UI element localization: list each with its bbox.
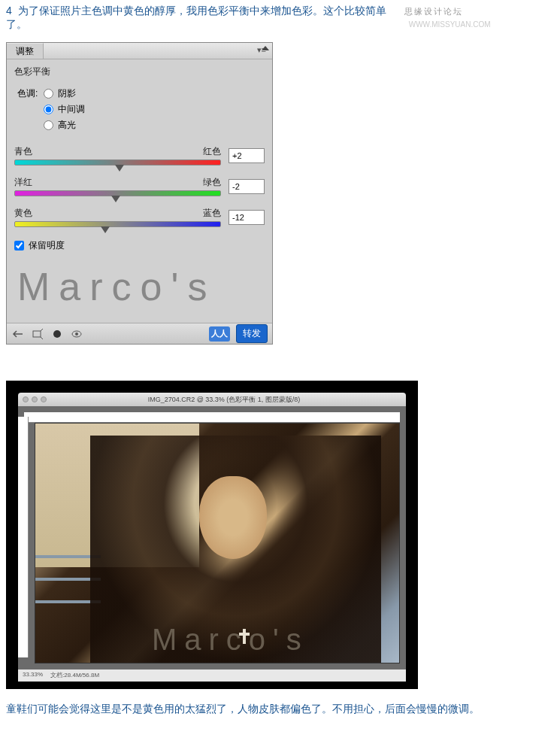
label-red: 红色 bbox=[203, 145, 221, 158]
slider-track-cyan-red[interactable] bbox=[14, 159, 221, 165]
label-yellow: 黄色 bbox=[14, 207, 32, 220]
panel-body: 色彩平衡 色调: 阴影 中间调 高光 bbox=[7, 59, 272, 323]
radio-highlights[interactable] bbox=[44, 120, 53, 130]
ruler-vertical[interactable] bbox=[18, 417, 29, 657]
label-green: 绿色 bbox=[203, 176, 221, 189]
renren-button[interactable]: 人人 bbox=[209, 326, 230, 342]
adjustments-panel: 调整 ▾≡ 色彩平衡 色调: 阴影 中间调 高光 bbox=[6, 42, 273, 345]
slider-thumb-magenta-green[interactable] bbox=[111, 196, 120, 202]
zoom-level[interactable]: 33.33% bbox=[23, 671, 43, 680]
svg-rect-0 bbox=[33, 331, 41, 337]
value-magenta-green[interactable] bbox=[229, 179, 265, 194]
preserve-luminosity-row: 保留明度 bbox=[14, 239, 265, 252]
slider-cyan-red: 青色 红色 bbox=[14, 145, 265, 165]
clip-icon[interactable] bbox=[50, 328, 64, 340]
radio-shadows[interactable] bbox=[44, 89, 53, 99]
step-number: 4 bbox=[6, 5, 12, 17]
tone-options: 阴影 中间调 高光 bbox=[44, 87, 85, 135]
photo-image[interactable]: Marco's bbox=[35, 423, 400, 663]
panel-menu-icon[interactable]: ▾≡ bbox=[251, 43, 272, 59]
document-title: IMG_2704.CR2 @ 33.3% (色彩平衡 1, 图层蒙版/8) bbox=[47, 395, 401, 405]
label-blue: 蓝色 bbox=[203, 207, 221, 220]
value-cyan-red[interactable] bbox=[229, 148, 265, 163]
expand-icon[interactable] bbox=[31, 328, 44, 340]
forward-button[interactable]: 转发 bbox=[236, 324, 268, 343]
back-icon[interactable] bbox=[11, 328, 25, 340]
svg-point-1 bbox=[53, 330, 61, 338]
value-yellow-blue[interactable] bbox=[229, 210, 265, 225]
slider-thumb-cyan-red[interactable] bbox=[115, 165, 124, 172]
radio-midtones[interactable] bbox=[44, 105, 53, 114]
mac-window-controls[interactable] bbox=[23, 396, 47, 402]
slider-track-yellow-blue[interactable] bbox=[14, 221, 221, 227]
ruler-horizontal[interactable] bbox=[24, 412, 400, 423]
adjustment-title: 色彩平衡 bbox=[14, 65, 265, 78]
mac-titlebar: IMG_2704.CR2 @ 33.3% (色彩平衡 1, 图层蒙版/8) bbox=[18, 393, 406, 406]
panel-footer: 人人 转发 bbox=[7, 323, 272, 344]
mac-minimize-icon[interactable] bbox=[32, 396, 38, 402]
instruction-text: 为了保证照片主色调中黄色的醇厚，我用色彩平衡中来增加色彩。这个比较简单了。 bbox=[6, 5, 386, 30]
slider-thumb-yellow-blue[interactable] bbox=[101, 226, 110, 233]
photo-marcos-watermark: Marco's bbox=[152, 623, 309, 657]
photo-canvas: Marco's bbox=[18, 406, 406, 669]
panel-tab-adjustments[interactable]: 调整 bbox=[7, 43, 44, 59]
radio-highlights-label: 高光 bbox=[58, 119, 76, 132]
preserve-luminosity-label: 保留明度 bbox=[29, 239, 65, 252]
slider-track-magenta-green[interactable] bbox=[14, 190, 221, 196]
svg-point-3 bbox=[75, 332, 78, 335]
doc-info: 文档:28.4M/56.8M bbox=[50, 671, 99, 680]
tone-label: 色调: bbox=[17, 87, 38, 100]
photo-statusbar: 33.33% 文档:28.4M/56.8M bbox=[18, 669, 406, 682]
header-text: 4 为了保证照片主色调中黄色的醇厚，我用色彩平衡中来增加色彩。这个比较简单了。 … bbox=[0, 0, 557, 36]
label-cyan: 青色 bbox=[14, 145, 32, 158]
radio-shadows-label: 阴影 bbox=[58, 87, 76, 100]
mac-zoom-icon[interactable] bbox=[41, 396, 47, 402]
radio-midtones-label: 中间调 bbox=[58, 103, 85, 116]
marcos-watermark: Marco's bbox=[14, 258, 265, 318]
photo-preview-frame: IMG_2704.CR2 @ 33.3% (色彩平衡 1, 图层蒙版/8) Ma… bbox=[6, 381, 418, 689]
footer-text: 童鞋们可能会觉得这里是不是黄色用的太猛烈了，人物皮肤都偏色了。不用担心，后面会慢… bbox=[0, 695, 557, 724]
watermark: 思缘设计论坛 bbox=[404, 7, 463, 16]
watermark-url: WWW.MISSYUAN.COM bbox=[409, 20, 491, 29]
slider-magenta-green: 洋红 绿色 bbox=[14, 176, 265, 196]
preserve-luminosity-checkbox[interactable] bbox=[14, 241, 24, 250]
slider-yellow-blue: 黄色 蓝色 bbox=[14, 207, 265, 227]
mac-close-icon[interactable] bbox=[23, 396, 29, 402]
panel-titlebar: 调整 ▾≡ bbox=[7, 43, 272, 59]
tone-section: 色调: 阴影 中间调 高光 bbox=[17, 87, 265, 135]
label-magenta: 洋红 bbox=[14, 176, 32, 189]
visibility-icon[interactable] bbox=[70, 328, 83, 340]
